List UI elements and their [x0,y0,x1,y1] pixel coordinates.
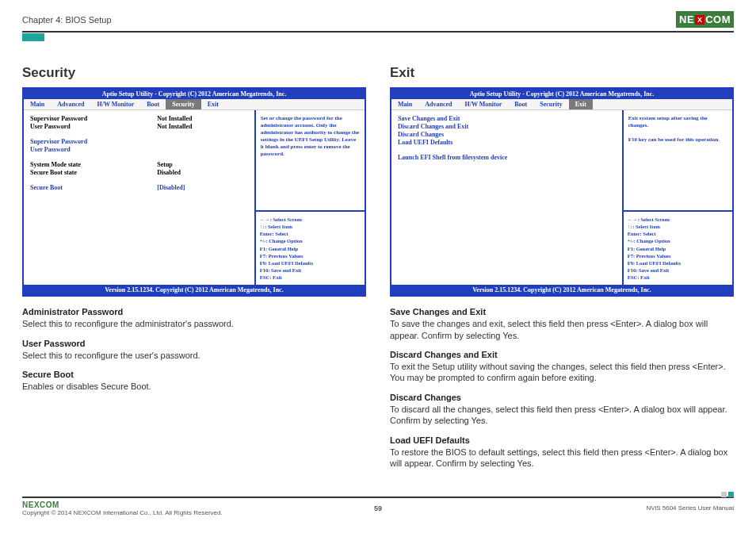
desc-heading: Load UEFI Defaults [390,435,734,446]
bios-label: System Mode state [30,161,157,168]
exit-heading: Exit [390,65,734,81]
footer-copyright: Copyright © 2014 NEXCOM International Co… [22,509,223,516]
page-header: Chapter 4: BIOS Setup NEXCOM [22,11,734,28]
bios-label: Secure Boot state [30,169,157,176]
bios-help-text: Exit system setup after saving the chang… [624,110,732,210]
key-hint: F7: Previous Values [260,252,361,259]
desc-heading: Secure Boot [22,369,366,380]
bios-tab-h-w-monitor[interactable]: H/W Monitor [90,99,140,109]
key-hint: ↑↓: Select Item [260,223,361,230]
bios-value: Not Installed [157,115,247,122]
security-descriptions: Administrator PasswordSelect this to rec… [22,306,366,393]
key-hint: ↑↓: Select Item [628,223,728,230]
bios-tab-security[interactable]: Security [533,99,568,109]
bios-row[interactable]: Load UEFI Defaults [398,139,616,146]
bios-label: Secure Boot [30,184,157,191]
bios-value [157,146,247,153]
key-hint: +/-: Change Option [260,237,361,244]
footer-manual: NViS 5604 Series User Manual [646,504,734,512]
header-rule [22,31,734,33]
desc-heading: Administrator Password [22,306,366,317]
desc-heading: Discard Changes [390,392,734,403]
key-hint: F10: Save and Exit [628,266,728,274]
bios-title: Aptio Setup Utility - Copyright (C) 2012… [24,89,365,99]
desc-heading: User Password [22,338,366,349]
key-hint: +/-: Change Option [628,237,728,244]
teal-tab [22,33,44,41]
bios-title: Aptio Setup Utility - Copyright (C) 2012… [391,89,732,99]
logo: NEXCOM [676,11,734,28]
bios-footer: Version 2.15.1234. Copyright (C) 2012 Am… [391,285,732,295]
bios-tab-boot[interactable]: Boot [508,99,533,109]
desc-text: Select this to reconfigure the user's pa… [22,350,366,361]
key-hint: F9: Load UEFI Defaults [628,259,728,266]
desc-text: To save the changes and exit, select thi… [390,318,734,341]
bios-left-panel: Save Changes and ExitDiscard Changes and… [391,110,622,285]
bios-value: [Disabled] [157,184,247,191]
key-hint: F7: Previous Values [628,252,728,259]
key-hint: ESC: Exit [260,274,361,281]
left-column: Security Aptio Setup Utility - Copyright… [22,65,366,473]
bios-row[interactable]: Supervisor PasswordNot Installed [30,115,248,122]
chapter-title: Chapter 4: BIOS Setup [22,15,112,25]
key-hint: F1: General Help [628,245,728,252]
bios-tab-h-w-monitor[interactable]: H/W Monitor [458,99,508,109]
key-hint: Enter: Select [628,230,728,237]
bios-value: Disabled [157,169,247,176]
key-hint: F9: Load UEFI Defaults [260,259,361,266]
bios-tabs: MainAdvancedH/W MonitorBootSecurityExit [391,99,732,110]
desc-text: Enables or disables Secure Boot. [22,381,366,392]
bios-tab-main[interactable]: Main [391,99,418,109]
bios-row[interactable]: Discard Changes and Exit [398,123,616,130]
security-bios-box: Aptio Setup Utility - Copyright (C) 2012… [22,87,366,297]
bios-row[interactable]: System Mode stateSetup [30,161,248,168]
key-hint: F1: General Help [260,245,361,252]
bios-row[interactable]: Secure Boot[Disabled] [30,184,248,191]
bios-row[interactable]: Discard Changes [398,131,616,138]
bios-row[interactable]: Secure Boot stateDisabled [30,169,248,176]
bios-key-legend: ←→: Select Screen↑↓: Select ItemEnter: S… [256,210,365,285]
bios-key-legend: ←→: Select Screen↑↓: Select ItemEnter: S… [624,210,732,285]
bios-row[interactable]: Save Changes and Exit [398,115,616,122]
bios-label: Supervisor Password [30,138,157,145]
bios-value [157,138,247,145]
bios-tab-security[interactable]: Security [166,99,200,109]
bios-tab-boot[interactable]: Boot [140,99,166,109]
desc-text: To restore the BIOS to default settings,… [390,447,734,470]
security-heading: Security [22,65,366,81]
key-hint: Enter: Select [260,230,361,237]
right-column: Exit Aptio Setup Utility - Copyright (C)… [390,65,734,473]
bios-label: User Password [30,146,157,153]
desc-text: To exit the Setup utility without saving… [390,361,734,384]
bios-tab-advanced[interactable]: Advanced [51,99,90,109]
bios-tabs: MainAdvancedH/W MonitorBootSecurityExit [24,99,365,110]
bios-value: Setup [157,161,247,168]
bios-row[interactable]: User Password [30,146,248,153]
desc-heading: Save Changes and Exit [390,306,734,317]
bios-help-text: Set or change the password for the admin… [256,110,365,210]
bios-tab-exit[interactable]: Exit [201,99,225,109]
desc-heading: Discard Changes and Exit [390,349,734,360]
key-hint: ←→: Select Screen [260,216,361,223]
bios-footer: Version 2.15.1234. Copyright (C) 2012 Am… [24,285,365,295]
key-hint: ←→: Select Screen [628,216,728,223]
exit-bios-box: Aptio Setup Utility - Copyright (C) 2012… [390,87,734,297]
bios-label: User Password [30,123,157,130]
page-footer: NEXCOM Copyright © 2014 NEXCOM Internati… [22,497,734,516]
bios-label: Supervisor Password [30,115,157,122]
footer-logo: NEXCOM [22,500,223,509]
bios-tab-advanced[interactable]: Advanced [418,99,458,109]
desc-text: To discard all the changes, select this … [390,404,734,427]
bios-row[interactable]: Supervisor Password [30,138,248,145]
bios-left-panel: Supervisor PasswordNot InstalledUser Pas… [24,110,254,285]
bios-row[interactable]: Launch EFI Shell from filesystem device [398,154,616,161]
bios-row[interactable]: User PasswordNot Installed [30,123,248,130]
exit-descriptions: Save Changes and ExitTo save the changes… [390,306,734,470]
page-number: 59 [374,504,382,512]
bios-tab-exit[interactable]: Exit [569,99,593,109]
desc-text: Select this to reconfigure the administr… [22,318,366,329]
bios-tab-main[interactable]: Main [24,99,51,109]
key-hint: ESC: Exit [628,274,728,281]
bios-value: Not Installed [157,123,247,130]
key-hint: F10: Save and Exit [260,266,361,274]
